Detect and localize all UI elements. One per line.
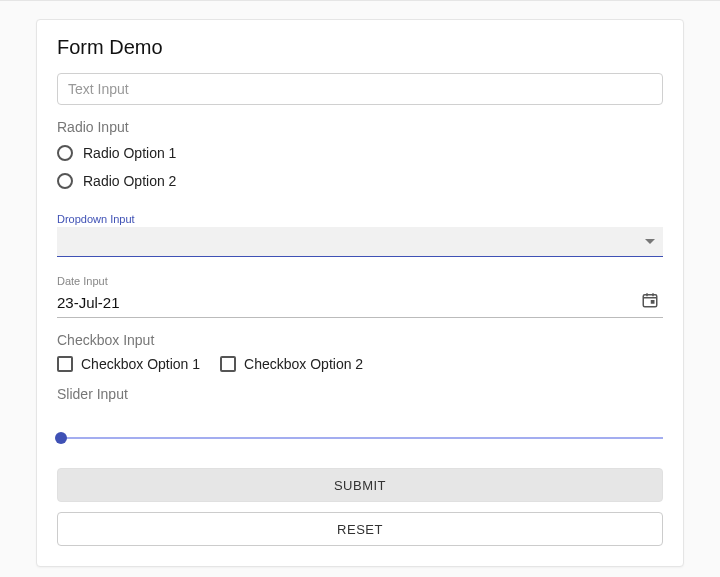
slider-label: Slider Input [57, 386, 663, 402]
reset-button[interactable]: Reset [57, 512, 663, 546]
date-input[interactable]: 23-Jul-21 [57, 289, 663, 318]
page-title: Form Demo [57, 36, 663, 59]
checkbox-group-label: Checkbox Input [57, 332, 663, 348]
slider-input[interactable] [57, 426, 663, 450]
checkbox-option-label: Checkbox Option 2 [244, 356, 363, 372]
svg-rect-0 [643, 295, 657, 307]
form-card: Form Demo Radio Input Radio Option 1 Rad… [36, 19, 684, 567]
text-input[interactable] [57, 73, 663, 105]
radio-option-label: Radio Option 2 [83, 173, 176, 189]
radio-icon [57, 145, 73, 161]
radio-group-label: Radio Input [57, 119, 663, 135]
dropdown-input[interactable] [57, 227, 663, 257]
slider-thumb[interactable] [55, 432, 67, 444]
checkbox-icon [220, 356, 236, 372]
checkbox-option-label: Checkbox Option 1 [81, 356, 200, 372]
svg-rect-4 [651, 300, 655, 304]
calendar-icon [641, 291, 663, 313]
radio-option-2[interactable]: Radio Option 2 [57, 167, 663, 195]
chevron-down-icon [645, 239, 655, 245]
radio-option-1[interactable]: Radio Option 1 [57, 139, 663, 167]
date-label: Date Input [57, 275, 663, 287]
checkbox-option-2[interactable]: Checkbox Option 2 [220, 356, 363, 372]
radio-option-label: Radio Option 1 [83, 145, 176, 161]
checkbox-icon [57, 356, 73, 372]
dropdown-label: Dropdown Input [57, 213, 663, 225]
slider-track [57, 437, 663, 439]
date-value: 23-Jul-21 [57, 294, 120, 311]
radio-icon [57, 173, 73, 189]
submit-button[interactable]: Submit [57, 468, 663, 502]
checkbox-option-1[interactable]: Checkbox Option 1 [57, 356, 200, 372]
checkbox-row: Checkbox Option 1 Checkbox Option 2 [57, 356, 663, 372]
